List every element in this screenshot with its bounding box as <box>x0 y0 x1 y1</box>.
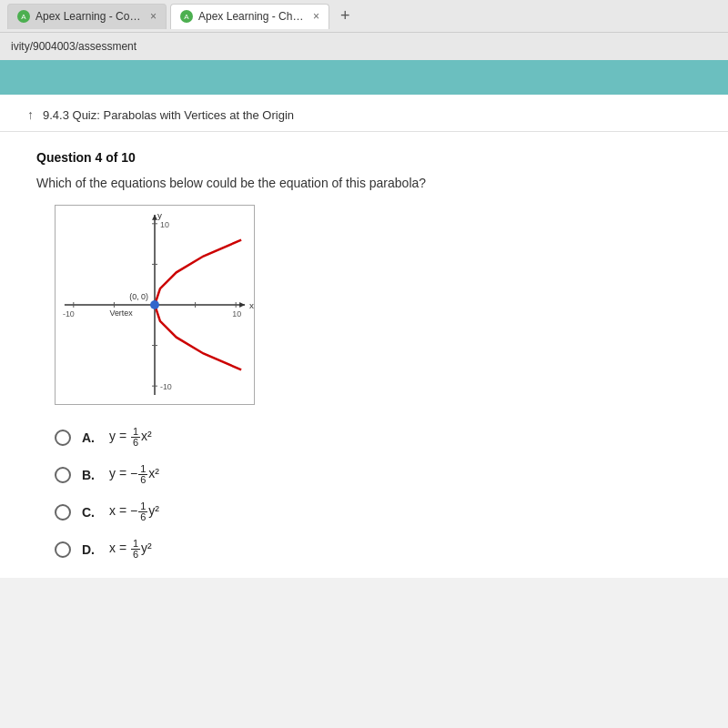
choice-label-D: D. <box>82 542 95 557</box>
tick-label-10-x: 10 <box>232 309 241 318</box>
choice-label-A: A. <box>82 430 95 445</box>
question-text: Which of the equations below could be th… <box>36 176 692 190</box>
vertex-label: Vertex <box>109 308 133 318</box>
radio-C[interactable] <box>55 504 71 521</box>
choice-equation-D: x = 16y² <box>109 539 152 560</box>
address-bar: ivity/9004003/assessment <box>0 33 728 60</box>
tick-label-neg10-y: -10 <box>160 382 172 391</box>
back-icon[interactable]: ↑ <box>27 107 34 122</box>
quiz-header: ↑ 9.4.3 Quiz: Parabolas with Vertices at… <box>0 95 728 132</box>
tab-label-1: Apex Learning - Courses <box>35 10 145 23</box>
address-text: ivity/9004003/assessment <box>11 40 136 53</box>
answer-choice-A[interactable]: A. y = 16x² <box>55 427 692 448</box>
answer-choice-C[interactable]: C. x = −16y² <box>55 501 692 522</box>
apex-icon-1: A <box>17 10 30 23</box>
tab-close-2[interactable]: × <box>313 10 319 23</box>
answer-choice-B[interactable]: B. y = −16x² <box>55 464 692 485</box>
choice-equation-B: y = −16x² <box>109 464 159 485</box>
choice-equation-C: x = −16y² <box>109 501 159 522</box>
question-number: Question 4 of 10 <box>36 150 692 165</box>
answer-choices: A. y = 16x² B. y = −16x² C. x = −16y² <box>36 427 692 560</box>
quiz-title: 9.4.3 Quiz: Parabolas with Vertices at t… <box>43 108 294 122</box>
parabola-graph: x y -10 10 10 -10 (0, 0) Vertex <box>56 206 254 404</box>
content-area: ↑ 9.4.3 Quiz: Parabolas with Vertices at… <box>0 95 728 578</box>
choice-label-C: C. <box>82 505 95 520</box>
browser-tabs: A Apex Learning - Courses × A Apex Learn… <box>0 0 728 33</box>
tick-label-10-y: 10 <box>160 220 169 229</box>
radio-B[interactable] <box>55 467 71 483</box>
vertex-dot <box>150 300 159 309</box>
quiz-body: Question 4 of 10 Which of the equations … <box>0 132 728 578</box>
origin-label: (0, 0) <box>129 292 148 301</box>
radio-D[interactable] <box>55 541 71 558</box>
top-bar <box>0 60 728 95</box>
tab-close-1[interactable]: × <box>150 10 157 23</box>
add-tab-button[interactable]: + <box>337 6 354 25</box>
tick-label-neg10-x: -10 <box>63 309 75 318</box>
answer-choice-D[interactable]: D. x = 16y² <box>55 539 692 560</box>
radio-A[interactable] <box>55 430 71 446</box>
apex-icon-2: A <box>180 10 193 23</box>
x-axis-label: x <box>249 300 254 310</box>
tab-apex-courses[interactable]: A Apex Learning - Courses × <box>7 4 167 29</box>
choice-equation-A: y = 16x² <box>109 427 152 448</box>
tab-apex-checkup[interactable]: A Apex Learning - Checkup × <box>170 4 329 29</box>
choice-label-B: B. <box>82 468 95 482</box>
graph-container: x y -10 10 10 -10 (0, 0) Vertex <box>55 205 255 405</box>
tab-label-2: Apex Learning - Checkup <box>198 10 308 23</box>
y-axis-label: y <box>157 210 162 220</box>
